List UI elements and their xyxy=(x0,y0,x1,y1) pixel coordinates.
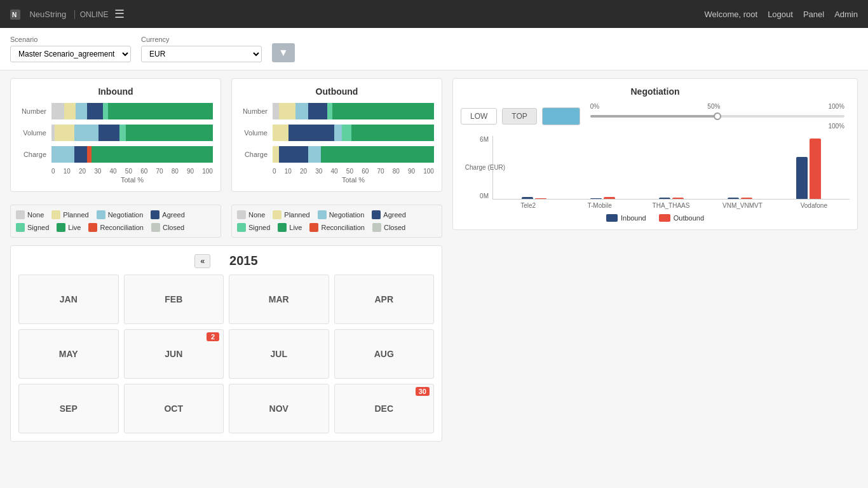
month-name: SEP xyxy=(60,403,78,414)
slider-label-50: 50% xyxy=(707,103,720,110)
calendar-month[interactable]: MAR xyxy=(229,274,329,324)
neg-legend-inbound: Inbound xyxy=(606,214,646,222)
x-tick: 50 xyxy=(346,168,353,175)
bar-segment xyxy=(55,125,74,141)
legend-color-swatch xyxy=(88,223,97,232)
legend-color-swatch xyxy=(372,210,381,219)
calendar-month[interactable]: SEP xyxy=(18,384,119,433)
neg-inbound-bar xyxy=(659,198,670,199)
month-name: DEC xyxy=(374,403,393,414)
calendar-month[interactable]: JAN xyxy=(18,274,119,324)
slider[interactable] xyxy=(590,110,844,123)
scenario-select[interactable]: Master Scenario_agreements xyxy=(10,46,131,62)
calendar-month[interactable]: OCT xyxy=(124,384,224,433)
calendar-month[interactable]: MAY xyxy=(18,329,119,379)
month-name: AUG xyxy=(374,349,394,359)
menu-icon[interactable]: ☰ xyxy=(114,7,125,21)
calendar-month[interactable]: JUL xyxy=(229,329,329,379)
filter-button[interactable]: ▼ xyxy=(272,43,295,62)
slider-thumb[interactable] xyxy=(714,112,721,120)
bar-segment xyxy=(98,125,119,141)
legend-color-swatch xyxy=(16,210,25,219)
neg-x-label: T-Mobile xyxy=(564,202,635,209)
brand-name: N NeuString ONLINE xyxy=(10,8,108,20)
month-name: JAN xyxy=(60,294,78,304)
y-axis-title-rotated: Charge (EUR) xyxy=(465,164,505,171)
legend-label: Planned xyxy=(284,211,309,219)
calendar-month[interactable]: APR xyxy=(334,274,435,324)
month-badge: 2 xyxy=(207,332,219,341)
slider-wrapper: 0% 50% 100% 100% xyxy=(585,103,850,130)
neg-bars xyxy=(492,136,850,200)
top-button[interactable]: TOP xyxy=(502,108,536,125)
legend-label: Live xyxy=(68,224,81,231)
slider-sublabels: 100% xyxy=(590,123,844,130)
legend-label: Reconciliation xyxy=(321,224,364,231)
x-tick: 0 xyxy=(51,168,55,175)
calendar-month[interactable]: AUG xyxy=(334,329,435,379)
calendar-month[interactable]: FEB xyxy=(124,274,224,324)
calendar-month[interactable]: JUN2 xyxy=(124,329,224,379)
bar-segment xyxy=(87,103,103,119)
bar-segment xyxy=(87,146,92,163)
legend-label: Agreed xyxy=(162,211,184,219)
x-tick: 40 xyxy=(331,168,338,175)
controls-bar: Scenario Master Scenario_agreements Curr… xyxy=(0,28,868,71)
bar-segment xyxy=(279,103,295,119)
legend-color-swatch xyxy=(372,223,381,232)
currency-select[interactable]: EUR xyxy=(141,46,262,62)
x-tick: 80 xyxy=(393,168,400,175)
legend-item: Closed xyxy=(372,223,405,232)
right-panel: Negotiation LOW TOP 0% 50% 100% xyxy=(452,78,858,442)
legend-color-swatch xyxy=(57,223,65,232)
bar-segment xyxy=(119,125,126,141)
slider-label-100: 100% xyxy=(828,103,844,110)
calendar-prev-button[interactable]: « xyxy=(194,254,210,268)
neg-inbound-bar xyxy=(728,198,739,199)
panel-link[interactable]: Panel xyxy=(803,10,824,19)
y-axis: 6M Charge (EUR) 0M xyxy=(461,136,492,200)
neg-outbound-bar xyxy=(535,198,546,199)
legend-color-swatch xyxy=(237,223,246,232)
neg-bar-group xyxy=(499,197,568,199)
legend-label: Reconciliation xyxy=(100,224,143,231)
neg-outbound-bar xyxy=(672,198,684,199)
legend-color-swatch xyxy=(16,223,25,232)
currency-label: Currency xyxy=(141,36,262,43)
low-button[interactable]: LOW xyxy=(461,108,497,125)
legend-item: Signed xyxy=(16,223,49,232)
admin-link[interactable]: Admin xyxy=(834,10,858,19)
svg-text:N: N xyxy=(12,11,17,18)
neg-x-label: THA_THAAS xyxy=(635,202,707,209)
logout-link[interactable]: Logout xyxy=(768,10,793,19)
bar-segment xyxy=(327,103,332,119)
x-tick: 70 xyxy=(377,168,384,175)
neg-outbound-label: Outbound xyxy=(674,214,704,222)
bar-segment xyxy=(92,146,213,163)
header-nav: Welcome, root Logout Panel Admin xyxy=(705,10,858,19)
legend-label: Negotiation xyxy=(108,211,144,219)
outbound-chart: Outbound NumberVolumeCharge 010203040506… xyxy=(231,78,442,192)
bar-segment xyxy=(103,103,108,119)
calendar-section: « 2015 JANFEBMARAPRMAYJUN2JULAUGSEPOCTNO… xyxy=(10,245,442,442)
bar-segment xyxy=(334,125,342,141)
month-badge: 30 xyxy=(416,387,430,396)
negotiation-controls: LOW TOP 0% 50% 100% xyxy=(461,103,850,130)
negotiation-section: Negotiation LOW TOP 0% 50% 100% xyxy=(452,78,858,230)
bar-row: Volume xyxy=(240,125,434,141)
legend-label: None xyxy=(27,211,44,219)
bar-row: Number xyxy=(240,103,434,119)
inbound-x-label: Total % xyxy=(18,176,213,184)
neg-inbound-label: Inbound xyxy=(621,214,646,222)
bar-row-label: Charge xyxy=(18,151,51,158)
calendar-month[interactable]: NOV xyxy=(229,384,329,433)
legend-label: Closed xyxy=(163,224,184,231)
legend-color-swatch xyxy=(51,210,60,219)
color-select[interactable] xyxy=(542,107,580,125)
calendar-month[interactable]: DEC30 xyxy=(334,384,435,433)
outbound-legend: NonePlannedNegotiationAgreedSignedLiveRe… xyxy=(231,205,442,238)
bar-segment xyxy=(64,103,76,119)
bar-segment xyxy=(288,125,334,141)
legend-item: Negotiation xyxy=(97,210,144,219)
bar-segment xyxy=(126,125,213,141)
